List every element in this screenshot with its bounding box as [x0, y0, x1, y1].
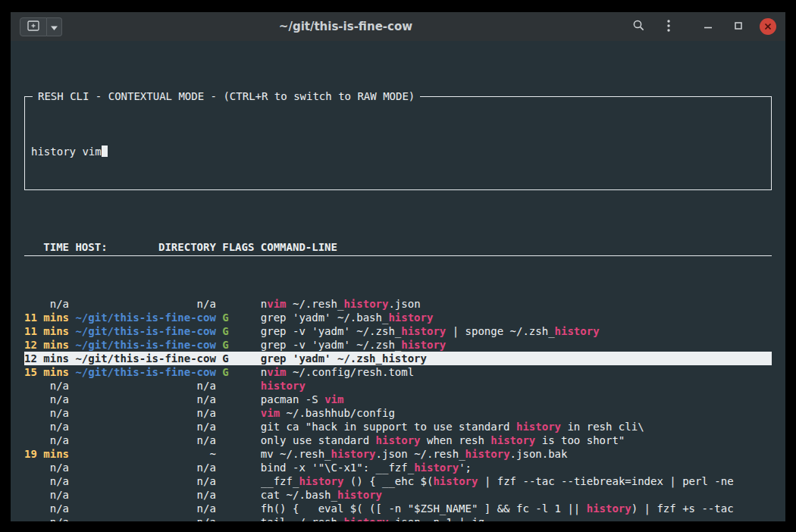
header-command-line: COMMAND-LINE — [261, 240, 772, 255]
row-time: n/a — [24, 297, 69, 311]
row-flags — [222, 515, 254, 521]
row-time: 11 mins — [24, 324, 69, 338]
new-tab-icon — [27, 20, 39, 33]
row-host: n/a — [75, 502, 215, 515]
row-flags — [222, 488, 254, 502]
row-flags — [222, 474, 254, 488]
history-row[interactable]: n/an/aonly use standard history when res… — [24, 433, 772, 447]
history-row[interactable]: 11 mins~/git/this-is-fine-cowGgrep 'yadm… — [24, 311, 772, 324]
header-flags: FLAGS — [222, 240, 254, 255]
row-host: n/a — [75, 379, 215, 393]
row-host: n/a — [75, 297, 215, 311]
history-row[interactable]: n/an/anvim ~/.resh_history.json — [24, 297, 772, 311]
row-host: ~/git/this-is-fine-cow — [75, 352, 215, 365]
history-row[interactable]: n/an/atail ~/.resh_history.json -n 1 | j… — [24, 515, 772, 521]
row-command: fh() { eval $( ([ -n "$ZSH_NAME" ] && fc… — [261, 502, 772, 515]
row-time: 12 mins — [24, 352, 69, 365]
row-command: history — [261, 379, 772, 393]
row-time: n/a — [24, 461, 69, 474]
minimize-button[interactable] — [699, 17, 717, 36]
row-flags: G — [222, 352, 254, 365]
row-time: n/a — [24, 420, 69, 433]
row-host: n/a — [75, 474, 215, 488]
header-time: TIME — [24, 240, 69, 255]
row-host: ~/git/this-is-fine-cow — [75, 324, 215, 338]
row-time: n/a — [24, 379, 69, 393]
history-row[interactable]: n/an/afh() { eval $( ([ -n "$ZSH_NAME" ]… — [24, 502, 772, 515]
new-tab-button[interactable] — [20, 17, 47, 36]
row-flags — [222, 433, 254, 447]
history-row[interactable]: n/an/acat ~/.bash_history — [24, 488, 772, 502]
row-flags: G — [222, 338, 254, 352]
history-row[interactable]: 19 mins~mv ~/.resh_history.json ~/.resh_… — [24, 447, 772, 461]
history-row[interactable]: 11 mins~/git/this-is-fine-cowGgrep -v 'y… — [24, 324, 772, 338]
row-flags — [222, 393, 254, 406]
row-host: n/a — [75, 406, 215, 420]
terminal-content[interactable]: RESH CLI - CONTEXTUAL MODE - (CTRL+R to … — [11, 41, 785, 521]
row-command: tail ~/.resh_history.json -n 1 | jq — [261, 515, 772, 521]
history-row[interactable]: n/an/avim ~/.bashhub/config — [24, 406, 772, 420]
row-time: n/a — [24, 502, 69, 515]
header-directory: DIRECTORY — [158, 240, 216, 255]
row-host: n/a — [75, 420, 215, 433]
row-time: 19 mins — [24, 447, 69, 461]
row-flags — [222, 406, 254, 420]
row-time: 11 mins — [24, 311, 69, 324]
row-command: grep 'yadm' ~/.bash_history — [261, 311, 772, 324]
row-command: bind -x '"\C-x1": __fzf_history'; — [261, 461, 772, 474]
menu-button[interactable] — [660, 17, 678, 36]
search-icon — [632, 19, 645, 34]
row-command: git ca "hack in support to use standard … — [261, 420, 772, 433]
text-cursor — [102, 146, 108, 157]
history-row[interactable]: n/an/apacman -S vim — [24, 393, 772, 406]
history-row-selected[interactable]: 12 mins~/git/this-is-fine-cowGgrep 'yadm… — [24, 352, 772, 365]
row-host: n/a — [75, 393, 215, 406]
row-host: ~/git/this-is-fine-cow — [75, 311, 215, 324]
search-box-title: RESH CLI - CONTEXTUAL MODE - (CTRL+R to … — [33, 89, 420, 103]
close-icon — [764, 21, 772, 33]
titlebar[interactable]: ~/git/this-is-fine-cow — [11, 12, 785, 41]
row-command: vim ~/.bashhub/config — [261, 406, 772, 420]
search-button[interactable] — [629, 17, 647, 36]
row-host: ~/git/this-is-fine-cow — [75, 338, 215, 352]
history-row[interactable]: n/an/abind -x '"\C-x1": __fzf_history'; — [24, 461, 772, 474]
close-button[interactable] — [760, 18, 776, 35]
row-flags — [222, 461, 254, 474]
row-flags — [222, 379, 254, 393]
search-input[interactable]: history vim — [31, 145, 765, 158]
unmaximize-button[interactable] — [729, 17, 747, 36]
header-host: HOST: — [75, 240, 107, 255]
row-command: nvim ~/.resh_history.json — [261, 297, 772, 311]
row-command: __fzf_history () { __ehc $(history | fzf… — [261, 474, 772, 488]
row-flags — [222, 447, 254, 461]
history-row[interactable]: 15 mins~/git/this-is-fine-cowGnvim ~/.co… — [24, 365, 772, 379]
search-box[interactable]: RESH CLI - CONTEXTUAL MODE - (CTRL+R to … — [24, 89, 772, 190]
row-time: 15 mins — [24, 365, 69, 379]
history-row[interactable]: n/an/ahistory — [24, 379, 772, 393]
row-flags: G — [222, 365, 254, 379]
search-query-text: history vim — [31, 146, 102, 158]
history-row[interactable]: n/an/agit ca "hack in support to use sta… — [24, 420, 772, 433]
history-rows: n/an/anvim ~/.resh_history.json11 mins~/… — [24, 297, 772, 521]
minimize-icon — [704, 21, 713, 33]
row-flags: G — [222, 324, 254, 338]
row-host: n/a — [75, 515, 215, 521]
row-time: 12 mins — [24, 338, 69, 352]
history-row[interactable]: 12 mins~/git/this-is-fine-cowGgrep -v 'y… — [24, 338, 772, 352]
row-command: cat ~/.bash_history — [261, 488, 772, 502]
menu-kebab-icon — [667, 20, 670, 34]
row-time: n/a — [24, 488, 69, 502]
titlebar-right-controls — [629, 17, 776, 36]
row-time: n/a — [24, 406, 69, 420]
row-command: grep -v 'yadm' ~/.zsh_history | sponge ~… — [261, 324, 772, 338]
row-time: n/a — [24, 515, 69, 521]
row-command: nvim ~/.config/resh.toml — [261, 365, 772, 379]
history-row[interactable]: n/an/a__fzf_history () { __ehc $(history… — [24, 474, 772, 488]
row-command: only use standard history when resh hist… — [261, 433, 772, 447]
titlebar-left-controls — [20, 17, 62, 36]
dropdown-caret-icon — [51, 21, 58, 33]
tab-dropdown-button[interactable] — [47, 17, 62, 36]
row-flags — [222, 502, 254, 515]
row-time: n/a — [24, 474, 69, 488]
row-command: pacman -S vim — [261, 393, 772, 406]
